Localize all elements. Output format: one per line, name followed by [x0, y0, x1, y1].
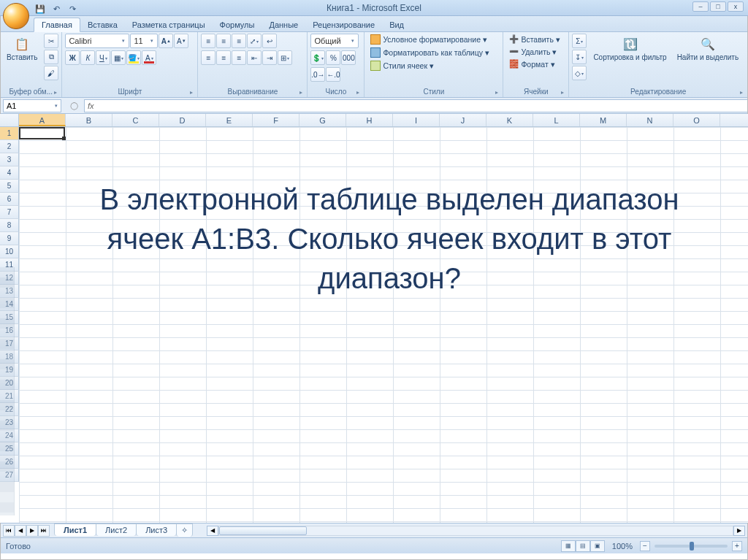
row-header[interactable]: 7: [0, 206, 19, 219]
close-button[interactable]: x: [728, 1, 744, 12]
column-header[interactable]: O: [673, 114, 720, 126]
qat-redo[interactable]: ↷: [66, 3, 79, 15]
qat-save[interactable]: 💾: [34, 3, 47, 15]
fill-color-button[interactable]: 🪣: [126, 50, 141, 65]
column-header[interactable]: D: [159, 114, 206, 126]
hscroll-track[interactable]: [218, 526, 733, 536]
row-header[interactable]: 5: [0, 180, 19, 193]
row-header[interactable]: 9: [0, 232, 19, 245]
row-header[interactable]: 2: [0, 140, 19, 153]
window-title: Книга1 - Microsoft Excel: [327, 3, 421, 13]
column-header[interactable]: E: [206, 114, 253, 126]
active-cell[interactable]: [19, 127, 65, 139]
column-header[interactable]: G: [299, 114, 346, 126]
row-header[interactable]: 4: [0, 166, 19, 180]
sheet-tab-2[interactable]: Лист2: [96, 523, 137, 536]
zoom-slider[interactable]: [654, 545, 728, 548]
sheet-tabs-bar: ⏮ ◀ ▶ ⏭ Лист1 Лист2 Лист3 ✧ ◀ ▶: [0, 523, 748, 537]
horizontal-scrollbar[interactable]: ◀ ▶: [207, 526, 745, 536]
window-controls: – □ x: [692, 1, 744, 12]
column-header[interactable]: A: [19, 114, 66, 126]
group-editing-label: Редактирование: [572, 87, 744, 97]
row-header[interactable]: 1: [0, 127, 19, 140]
row-header[interactable]: 6: [0, 193, 19, 206]
zoom-thumb[interactable]: [690, 542, 694, 551]
title-bar: 💾 ↶ ↷ Книга1 - Microsoft Excel – □ x: [0, 0, 748, 16]
column-header[interactable]: N: [627, 114, 673, 126]
column-header[interactable]: K: [486, 114, 533, 126]
maximize-button[interactable]: □: [710, 1, 726, 12]
quick-access-toolbar: 💾 ↶ ↷: [34, 3, 79, 15]
column-header[interactable]: I: [393, 114, 440, 126]
row-header[interactable]: 3: [0, 153, 19, 166]
group-cells-label: Ячейки: [506, 87, 565, 97]
sheet-tab-1[interactable]: Лист1: [54, 523, 96, 536]
font-color-button[interactable]: A: [142, 50, 156, 65]
column-header[interactable]: C: [112, 114, 159, 126]
office-button[interactable]: [3, 3, 29, 29]
select-all-corner[interactable]: [0, 114, 19, 126]
hscroll-thumb[interactable]: [219, 526, 307, 535]
slide-thumbnails-overlay: [0, 267, 15, 515]
new-sheet-tab[interactable]: ✧: [176, 523, 193, 537]
column-header[interactable]: F: [253, 114, 299, 126]
tab-home[interactable]: Главная: [34, 18, 80, 32]
column-header[interactable]: L: [533, 114, 580, 126]
minimize-button[interactable]: –: [692, 1, 709, 12]
group-styles-label: Стили: [367, 87, 500, 97]
group-clipboard-label: Буфер обм...: [3, 87, 58, 97]
question-text: В электронной таблице выделен диапазон я…: [60, 180, 719, 298]
column-headers: ABCDEFGHIJKLMNO: [0, 114, 748, 127]
row-header[interactable]: 8: [0, 219, 19, 232]
worksheet-area: ABCDEFGHIJKLMNO 123456789101112131415161…: [0, 114, 748, 523]
column-header[interactable]: H: [346, 114, 393, 126]
column-header[interactable]: B: [66, 114, 112, 126]
qat-undo[interactable]: ↶: [50, 3, 63, 15]
sheet-tab-3[interactable]: Лист3: [136, 523, 177, 536]
row-header[interactable]: 10: [0, 245, 19, 258]
group-alignment-label: Выравнивание: [201, 87, 304, 97]
column-header[interactable]: M: [580, 114, 627, 126]
cells-area[interactable]: В электронной таблице выделен диапазон я…: [19, 127, 748, 523]
column-header[interactable]: J: [440, 114, 486, 126]
group-number-label: Число: [310, 87, 361, 97]
group-font-label: Шрифт: [65, 87, 194, 97]
